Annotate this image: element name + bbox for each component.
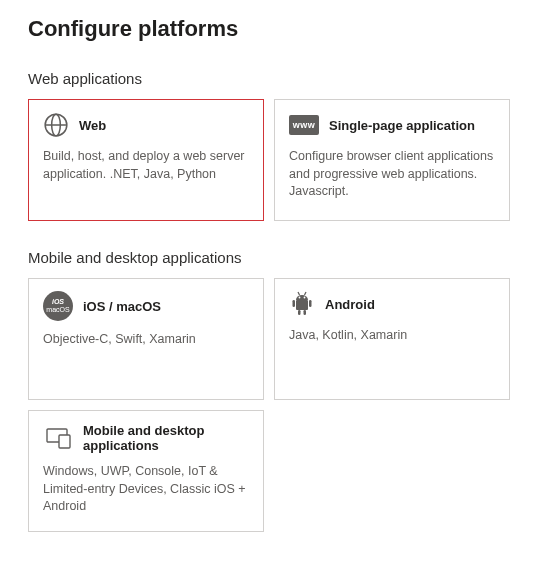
android-icon (289, 291, 315, 317)
card-title: iOS / macOS (83, 299, 161, 314)
svg-point-10 (299, 297, 301, 299)
mobile-card-grid: iOSmacOS iOS / macOS Objective-C, Swift,… (28, 278, 513, 532)
card-title: Mobile and desktop applications (83, 423, 249, 453)
platform-card-android[interactable]: Android Java, Kotlin, Xamarin (274, 278, 510, 400)
globe-icon (43, 112, 69, 138)
web-card-grid: Web Build, host, and deploy a web server… (28, 99, 513, 221)
svg-rect-4 (293, 300, 296, 307)
svg-rect-5 (309, 300, 312, 307)
card-desc: Configure browser client applications an… (289, 148, 495, 201)
svg-rect-7 (304, 310, 307, 315)
platform-card-spa[interactable]: www Single-page application Configure br… (274, 99, 510, 221)
card-desc: Objective-C, Swift, Xamarin (43, 331, 249, 349)
card-title: Web (79, 118, 106, 133)
svg-line-8 (298, 292, 300, 295)
platform-card-web[interactable]: Web Build, host, and deploy a web server… (28, 99, 264, 221)
page-title: Configure platforms (28, 16, 513, 42)
card-desc: Windows, UWP, Console, IoT & Limited-ent… (43, 463, 249, 516)
section-title-web: Web applications (28, 70, 513, 87)
svg-rect-6 (298, 310, 301, 315)
card-desc: Java, Kotlin, Xamarin (289, 327, 495, 345)
section-title-mobile: Mobile and desktop applications (28, 249, 513, 266)
svg-point-11 (304, 297, 306, 299)
ios-macos-icon: iOSmacOS (43, 291, 73, 321)
www-icon: www (289, 112, 319, 138)
platform-card-ios[interactable]: iOSmacOS iOS / macOS Objective-C, Swift,… (28, 278, 264, 400)
card-desc: Build, host, and deploy a web server app… (43, 148, 249, 183)
svg-rect-13 (59, 435, 70, 448)
devices-icon (43, 425, 73, 451)
platform-card-desktop[interactable]: Mobile and desktop applications Windows,… (28, 410, 264, 532)
svg-line-9 (305, 292, 307, 295)
card-title: Single-page application (329, 118, 475, 133)
card-title: Android (325, 297, 375, 312)
svg-rect-3 (296, 300, 308, 310)
